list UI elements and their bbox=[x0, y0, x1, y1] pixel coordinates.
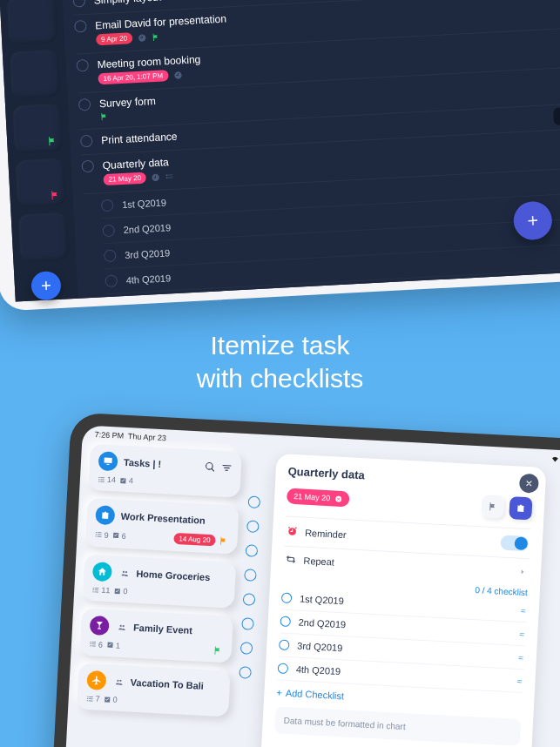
headline-line2: with checklists bbox=[0, 362, 560, 395]
task-title: Simplify layout bbox=[94, 0, 162, 6]
sort-icon[interactable] bbox=[221, 461, 233, 474]
task-title: Survey form bbox=[99, 95, 156, 110]
side-card[interactable] bbox=[7, 0, 58, 44]
task-title: Quarterly data bbox=[102, 156, 169, 172]
stat-list: 14 bbox=[98, 474, 117, 484]
people-icon bbox=[117, 622, 127, 631]
briefcase-button[interactable] bbox=[509, 496, 532, 520]
radio-icon bbox=[246, 544, 259, 557]
board-card-groceries[interactable]: Home Groceries 11 0 bbox=[83, 555, 237, 609]
drag-handle-icon[interactable]: = bbox=[519, 629, 525, 638]
people-icon bbox=[119, 569, 130, 577]
radio-icon[interactable] bbox=[279, 639, 290, 650]
radio-icon[interactable] bbox=[280, 616, 291, 627]
date-pill[interactable]: 21 May 20 bbox=[287, 488, 350, 508]
repeat-icon bbox=[285, 554, 297, 566]
date-badge: 21 May 20 bbox=[103, 172, 146, 186]
board-panel: Tasks | ! 14 4 Work Presentation 9 6 14 bbox=[73, 444, 242, 747]
radio-icon bbox=[246, 520, 260, 533]
flag-icon bbox=[47, 136, 58, 147]
monitor-icon bbox=[98, 451, 118, 471]
flag-icon bbox=[219, 536, 229, 547]
bottom-screen: 7:26 PM Thu Apr 23 100% Tasks | ! 14 4 bbox=[64, 425, 560, 747]
radio-icon[interactable] bbox=[78, 98, 91, 111]
search-icon[interactable] bbox=[205, 461, 217, 473]
flag-icon bbox=[100, 112, 110, 122]
repeat-label: Repeat bbox=[303, 555, 334, 567]
headline: Itemize task with checklists bbox=[0, 329, 560, 394]
radio-icon[interactable] bbox=[80, 135, 93, 148]
sub-title: 4th Q2019 bbox=[125, 273, 171, 286]
add-button[interactable]: + bbox=[30, 271, 62, 301]
clock-icon bbox=[173, 71, 183, 80]
clock-icon bbox=[152, 172, 161, 182]
headline-line1: Itemize task bbox=[0, 329, 560, 362]
home-icon bbox=[92, 562, 112, 582]
reminder-label: Reminder bbox=[305, 527, 347, 539]
checklist-icon bbox=[165, 172, 175, 181]
plane-icon bbox=[86, 670, 106, 690]
radio-icon[interactable] bbox=[76, 59, 89, 72]
drag-handle-icon[interactable]: = bbox=[516, 676, 523, 685]
task-detail-popup: Quarterly data 21 May 20 Reminder Repeat… bbox=[260, 454, 546, 747]
side-card[interactable] bbox=[12, 104, 64, 153]
card-title: Tasks | ! bbox=[124, 457, 162, 469]
people-icon bbox=[114, 677, 125, 686]
radio-icon[interactable] bbox=[104, 250, 117, 263]
radio-icon[interactable] bbox=[278, 663, 289, 674]
board-card-tasks[interactable]: Tasks | ! 14 4 bbox=[88, 444, 242, 498]
task-list: Simplify layout Email David for presenta… bbox=[62, 0, 560, 299]
card-title: Work Presentation bbox=[120, 511, 205, 526]
radio-icon[interactable] bbox=[102, 225, 115, 238]
radio-icon[interactable] bbox=[81, 160, 94, 173]
flag-icon bbox=[50, 190, 61, 201]
board-card-family[interactable]: Family Event 6 1 bbox=[79, 609, 233, 663]
drag-handle-icon[interactable]: = bbox=[518, 652, 524, 662]
bottom-tablet: 7:26 PM Thu Apr 23 100% Tasks | ! 14 4 bbox=[51, 413, 560, 747]
sub-title: 3rd Q2019 bbox=[125, 247, 171, 260]
board-card-work[interactable]: Work Presentation 9 6 14 Aug 20 bbox=[85, 498, 240, 555]
clock-icon bbox=[138, 33, 147, 43]
radio-icon[interactable] bbox=[73, 0, 86, 8]
date-badge: 14 Aug 20 bbox=[173, 533, 216, 546]
date-badge: 16 Apr 20, 1:07 PM bbox=[98, 70, 168, 84]
radio-icon bbox=[243, 593, 256, 606]
flag-icon bbox=[152, 32, 161, 42]
card-title: Family Event bbox=[133, 622, 192, 636]
alarm-icon bbox=[287, 526, 299, 538]
radio-icon[interactable] bbox=[105, 274, 118, 287]
radio-icon[interactable] bbox=[74, 20, 87, 33]
board-card-vacation[interactable]: Vacation To Bali 7 0 bbox=[77, 663, 231, 717]
sub-title: 2nd Q2019 bbox=[123, 222, 171, 235]
glass-icon bbox=[90, 616, 110, 636]
briefcase-icon bbox=[95, 505, 115, 525]
task-title: Print attendance bbox=[101, 131, 178, 147]
radio-icon[interactable] bbox=[101, 199, 114, 212]
radio-icon[interactable] bbox=[281, 592, 293, 603]
collapse-button[interactable] bbox=[553, 107, 560, 125]
radio-icon bbox=[244, 569, 257, 582]
flag-button[interactable] bbox=[481, 495, 504, 518]
date-badge: 9 Apr 20 bbox=[96, 32, 132, 45]
wifi-icon bbox=[550, 454, 560, 463]
card-title: Home Groceries bbox=[136, 569, 210, 582]
radio-icon bbox=[247, 495, 260, 508]
top-tablet: + Simplify layout Email David for presen… bbox=[0, 0, 560, 312]
reminder-toggle[interactable] bbox=[500, 535, 529, 552]
drag-handle-icon[interactable]: = bbox=[521, 605, 527, 615]
radio-icon bbox=[240, 642, 253, 655]
flag-icon bbox=[213, 645, 224, 656]
side-card[interactable] bbox=[15, 158, 66, 207]
side-card[interactable] bbox=[10, 49, 61, 98]
chevron-right-icon bbox=[518, 567, 528, 576]
status-time: 7:26 PM bbox=[94, 430, 124, 441]
radio-icon bbox=[241, 617, 254, 630]
close-button[interactable] bbox=[519, 474, 539, 494]
card-title: Vacation To Bali bbox=[131, 677, 205, 691]
radio-icon bbox=[239, 666, 252, 679]
stat-done: 4 bbox=[119, 476, 134, 486]
top-screen: + Simplify layout Email David for presen… bbox=[0, 0, 560, 302]
sub-title: 1st Q2019 bbox=[122, 197, 166, 210]
side-card[interactable] bbox=[18, 212, 70, 262]
